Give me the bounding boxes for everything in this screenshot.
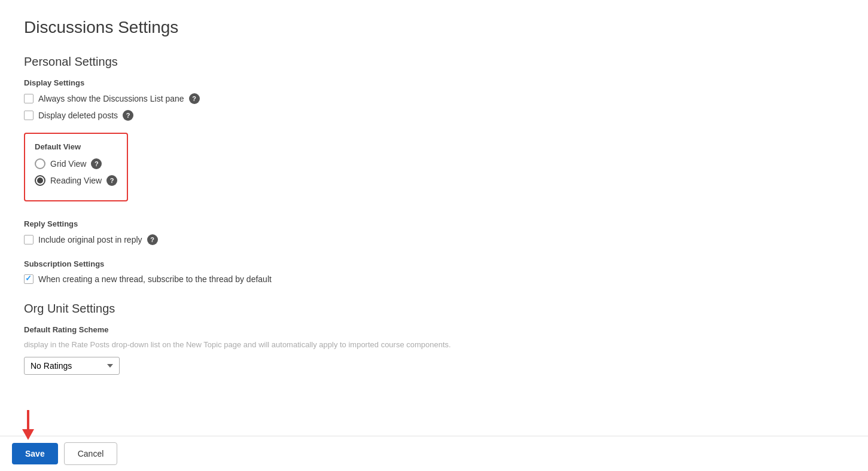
- display-deleted-posts-label[interactable]: Display deleted posts: [38, 111, 118, 120]
- display-deleted-posts-help-icon[interactable]: ?: [123, 110, 133, 121]
- display-settings-label: Display Settings: [24, 78, 844, 87]
- include-original-checkbox[interactable]: [24, 235, 33, 244]
- grid-view-help-icon[interactable]: ?: [91, 158, 102, 169]
- page-title: Discussions Settings: [24, 18, 844, 37]
- include-original-help-icon[interactable]: ?: [147, 234, 158, 245]
- subscribe-new-thread-checkbox[interactable]: [24, 274, 33, 284]
- default-rating-label: Default Rating Scheme: [24, 325, 844, 334]
- always-show-pane-item: Always show the Discussions List pane ?: [24, 93, 844, 104]
- include-original-label[interactable]: Include original post in reply: [38, 235, 142, 244]
- subscription-settings-group: Subscription Settings When creating a ne…: [24, 259, 844, 284]
- save-button[interactable]: Save: [12, 443, 58, 464]
- grid-view-item: Grid View ?: [35, 158, 117, 169]
- rating-description: display in the Rate Posts drop-down list…: [24, 339, 844, 351]
- personal-settings-section: Personal Settings Display Settings Alway…: [24, 55, 844, 284]
- default-view-box: Default View Grid View ? Reading View ?: [24, 133, 128, 201]
- always-show-pane-checkbox[interactable]: [24, 94, 33, 103]
- subscription-settings-label: Subscription Settings: [24, 259, 844, 268]
- subscribe-new-thread-item: When creating a new thread, subscribe to…: [24, 274, 844, 284]
- svg-marker-1: [22, 429, 34, 440]
- page-container: Discussions Settings Personal Settings D…: [0, 0, 868, 435]
- cancel-button[interactable]: Cancel: [64, 442, 118, 465]
- personal-settings-title: Personal Settings: [24, 55, 844, 69]
- subscribe-new-thread-label[interactable]: When creating a new thread, subscribe to…: [38, 274, 272, 284]
- reading-view-label[interactable]: Reading View: [50, 176, 102, 185]
- display-settings-group: Display Settings Always show the Discuss…: [24, 78, 844, 121]
- arrow-indicator: [19, 410, 37, 440]
- display-deleted-posts-checkbox[interactable]: [24, 111, 33, 120]
- default-view-label: Default View: [35, 142, 117, 151]
- default-rating-group: Default Rating Scheme display in the Rat…: [24, 325, 844, 375]
- org-unit-settings-title: Org Unit Settings: [24, 302, 844, 316]
- grid-view-label[interactable]: Grid View: [50, 159, 86, 169]
- always-show-pane-label[interactable]: Always show the Discussions List pane: [38, 94, 184, 103]
- footer-bar: Save Cancel: [0, 436, 868, 471]
- reading-view-radio[interactable]: [35, 175, 45, 186]
- reply-settings-label: Reply Settings: [24, 219, 844, 228]
- reading-view-help-icon[interactable]: ?: [106, 175, 117, 186]
- org-unit-settings-section: Org Unit Settings Default Rating Scheme …: [24, 302, 844, 375]
- rating-scheme-select[interactable]: No Ratings 5 Star Up/Down Vote: [24, 357, 120, 375]
- grid-view-radio[interactable]: [35, 158, 45, 169]
- reading-view-item: Reading View ?: [35, 175, 117, 186]
- always-show-pane-help-icon[interactable]: ?: [189, 93, 200, 104]
- reply-settings-group: Reply Settings Include original post in …: [24, 219, 844, 245]
- include-original-item: Include original post in reply ?: [24, 234, 844, 245]
- display-deleted-posts-item: Display deleted posts ?: [24, 110, 844, 121]
